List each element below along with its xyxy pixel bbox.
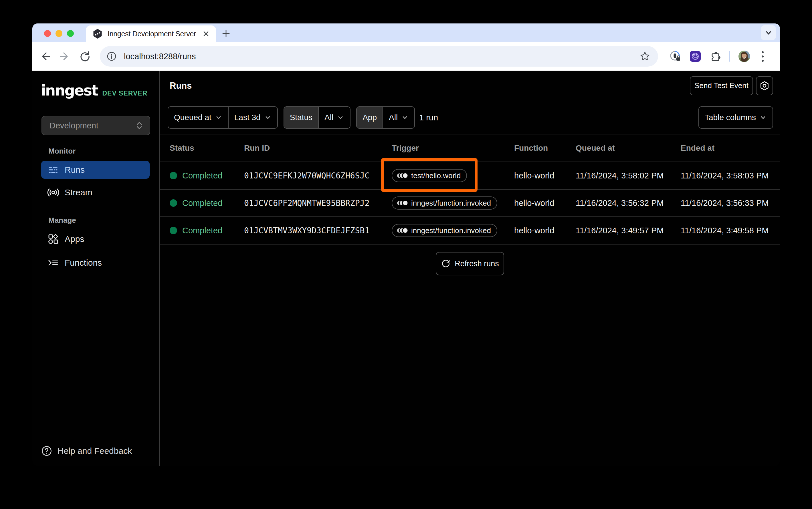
purple-extension-icon[interactable] <box>689 50 701 62</box>
refresh-icon <box>441 259 451 269</box>
trigger-badge[interactable]: test/hello.world <box>392 169 467 182</box>
section-label-monitor: Monitor <box>48 147 75 156</box>
toolbar-divider <box>729 51 730 62</box>
new-tab-button[interactable] <box>221 29 231 38</box>
time-filter-group: Queued at Last 3d <box>168 106 278 129</box>
back-arrow-icon <box>39 50 51 63</box>
table-row[interactable]: Completed 01JCVBTMV3WXY9D3CFDEJFZSB1 inn… <box>160 217 780 244</box>
refresh-label: Refresh runs <box>455 259 499 268</box>
sidebar-item-label: Apps <box>65 234 84 244</box>
time-field-dropdown[interactable]: Queued at <box>168 107 228 128</box>
chevron-down-icon <box>337 114 344 121</box>
environment-value: Development <box>50 121 135 130</box>
profile-avatar[interactable] <box>738 50 750 62</box>
status-cell: Completed <box>170 226 244 235</box>
filter-bar: Queued at Last 3d Status All <box>160 101 780 134</box>
status-cell: Completed <box>170 171 244 180</box>
gear-icon <box>759 80 770 91</box>
ended-at-cell: 11/16/2024, 3:56:33 PM <box>681 199 780 208</box>
dropdown-value: All <box>324 113 333 122</box>
chevron-down-icon <box>215 114 222 121</box>
page-title: Runs <box>170 81 192 91</box>
queued-at-cell: 11/16/2024, 3:49:57 PM <box>576 226 681 235</box>
minimize-window-button[interactable] <box>56 30 62 37</box>
inngest-wordmark: inngest <box>41 83 98 98</box>
table-row[interactable]: Completed 01JCVC6PF2MQNMTWE95BBRZPJ2 inn… <box>160 190 780 217</box>
chevron-down-icon <box>264 114 271 121</box>
trigger-cell: inngest/function.invoked <box>392 224 514 237</box>
extensions-puzzle-icon[interactable] <box>709 50 721 62</box>
site-info-icon[interactable] <box>106 51 117 62</box>
refresh-runs-button[interactable]: Refresh runs <box>436 252 504 275</box>
table-columns-dropdown[interactable]: Table columns <box>699 106 773 129</box>
password-manager-extension-icon[interactable] <box>669 50 681 62</box>
browser-tab[interactable]: Inngest Development Server <box>86 26 216 42</box>
reload-button[interactable] <box>77 48 93 64</box>
column-header-queued-at: Queued at <box>576 143 681 153</box>
dropdown-value: Queued at <box>174 113 212 122</box>
browser-window: Inngest Development Server <box>32 24 780 466</box>
app-filter-group: App All <box>356 106 415 129</box>
status-label: Completed <box>182 199 222 208</box>
tab-title: Inngest Development Server <box>107 30 199 38</box>
status-label: Completed <box>182 171 222 180</box>
close-window-button[interactable] <box>44 30 51 37</box>
tab-close-icon[interactable] <box>201 29 211 39</box>
app-filter-dropdown[interactable]: All <box>383 107 414 128</box>
inngest-favicon-icon <box>92 28 103 39</box>
status-filter-group: Status All <box>284 106 351 129</box>
bookmark-star-icon[interactable] <box>639 50 651 62</box>
table-row[interactable]: Completed 01JCVC9EFKJ2W70WQHC6ZH6SJC tes… <box>160 162 780 190</box>
runs-icon <box>47 164 60 176</box>
ended-at-cell: 11/16/2024, 3:58:03 PM <box>681 171 780 180</box>
table-header: Status Run ID Trigger Function Queued at… <box>160 134 780 162</box>
status-filter-dropdown[interactable]: All <box>318 107 350 128</box>
functions-icon <box>47 257 60 269</box>
url-text[interactable]: localhost:8288/runs <box>124 52 639 61</box>
event-icon <box>397 172 408 179</box>
dev-server-badge: DEV SERVER <box>102 90 148 97</box>
status-label: Completed <box>182 226 222 235</box>
time-range-dropdown[interactable]: Last 3d <box>228 107 277 128</box>
sidebar-item-functions[interactable]: Functions <box>41 253 150 272</box>
run-id-cell: 01JCVBTMV3WXY9D3CFDEJFZSB1 <box>244 226 392 235</box>
function-cell: hello-world <box>514 226 576 235</box>
sidebar-item-label: Functions <box>65 258 102 268</box>
forward-button[interactable] <box>57 48 73 64</box>
help-label: Help and Feedback <box>58 446 132 456</box>
column-header-trigger: Trigger <box>392 143 514 153</box>
help-and-feedback[interactable]: Help and Feedback <box>41 445 132 457</box>
app-filter-label: App <box>357 107 383 128</box>
back-button[interactable] <box>37 48 53 64</box>
event-icon <box>397 227 408 234</box>
sidebar-item-stream[interactable]: Stream <box>41 183 150 201</box>
select-chevrons-icon <box>135 121 143 131</box>
forward-arrow-icon <box>59 50 71 63</box>
sidebar-item-apps[interactable]: Apps <box>41 230 150 248</box>
trigger-badge[interactable]: inngest/function.invoked <box>392 197 497 210</box>
browser-menu-icon[interactable] <box>761 51 764 62</box>
sidebar-item-label: Runs <box>65 165 85 175</box>
trigger-badge[interactable]: inngest/function.invoked <box>392 224 497 237</box>
environment-select[interactable]: Development <box>41 116 150 135</box>
run-id-cell: 01JCVC9EFKJ2W70WQHC6ZH6SJC <box>244 171 392 180</box>
column-header-run-id: Run ID <box>244 143 392 153</box>
function-cell: hello-world <box>514 171 576 180</box>
run-count: 1 run <box>419 113 438 123</box>
url-bar[interactable]: localhost:8288/runs <box>100 46 658 67</box>
dropdown-value: All <box>389 113 398 122</box>
logo: inngest DEV SERVER <box>41 83 148 98</box>
trigger-label: test/hello.world <box>411 171 461 180</box>
browser-toolbar: localhost:8288/runs <box>32 42 780 71</box>
trigger-cell: inngest/function.invoked <box>392 197 514 210</box>
column-header-status: Status <box>170 143 244 153</box>
tab-search-chevron-button[interactable] <box>761 25 776 40</box>
chevron-down-icon <box>401 114 409 121</box>
stream-icon <box>47 186 60 199</box>
ended-at-cell: 11/16/2024, 3:49:58 PM <box>681 226 780 235</box>
sidebar-item-runs[interactable]: Runs <box>41 161 150 179</box>
send-test-event-button[interactable]: Send Test Event <box>690 76 753 95</box>
zoom-window-button[interactable] <box>67 30 74 37</box>
settings-button[interactable] <box>756 76 773 95</box>
chevron-down-icon <box>764 29 773 37</box>
